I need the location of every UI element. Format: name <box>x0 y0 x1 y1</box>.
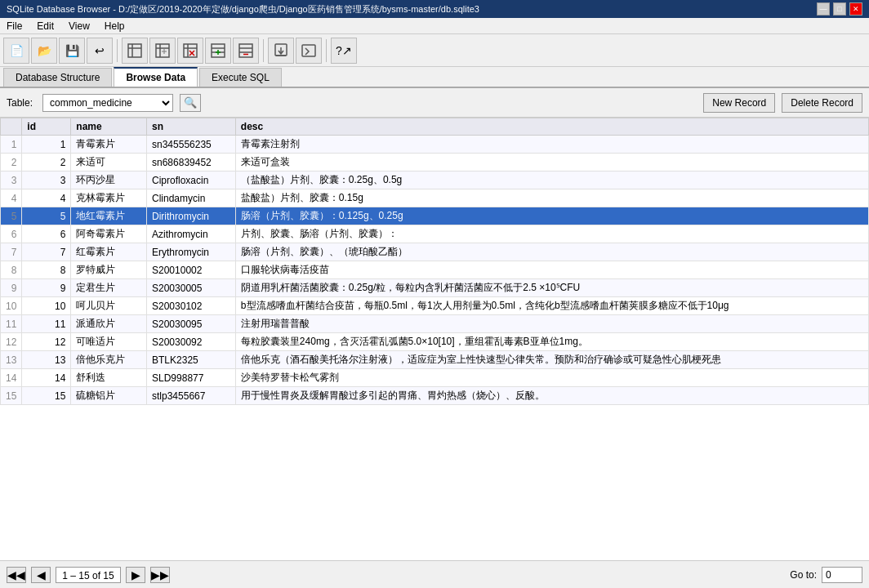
cell-sn: Dirithromycin <box>147 207 236 225</box>
minimize-button[interactable]: — <box>817 2 830 16</box>
table-row[interactable]: 11青霉素片sn345556235青霉素注射剂 <box>1 136 869 154</box>
cell-name: 青霉素片 <box>71 136 147 154</box>
cell-desc: 肠溶（片剂、胶囊）：0.125g、0.25g <box>235 207 868 225</box>
next-page-button[interactable]: ▶ <box>126 567 145 583</box>
cell-rownum: 8 <box>1 261 22 279</box>
cell-sn: Ciprofloxacin <box>147 172 236 189</box>
table-select[interactable]: common_medicine <box>42 94 173 112</box>
revert-button[interactable]: ↩ <box>87 38 113 64</box>
cell-rownum: 3 <box>1 172 22 189</box>
cell-name: 克林霉素片 <box>71 189 147 207</box>
cell-rownum: 10 <box>1 297 22 315</box>
cell-sn: Erythromycin <box>147 243 236 261</box>
table-row[interactable]: 1010呵儿贝片S20030102b型流感嗜血杆菌结合疫苗，每瓶0.5ml，每1… <box>1 297 869 315</box>
table-body: 11青霉素片sn345556235青霉素注射剂22来适可sn686839452来… <box>1 136 869 405</box>
delete-row-button[interactable] <box>233 38 259 64</box>
create-table-button[interactable] <box>122 38 148 64</box>
save-db-button[interactable]: 💾 <box>59 38 85 64</box>
delete-record-button[interactable]: Delete Record <box>782 93 862 113</box>
cell-desc: 口服轮状病毒活疫苗 <box>235 261 868 279</box>
menu-help[interactable]: Help <box>101 20 128 33</box>
cell-name: 可唯适片 <box>71 333 147 351</box>
pagination: ◀◀ ◀ 1 – 15 of 15 ▶ ▶▶ Go to: <box>0 560 869 588</box>
query-button[interactable] <box>296 38 322 64</box>
cell-name: 来适可 <box>71 154 147 172</box>
delete-table-button[interactable] <box>177 38 203 64</box>
close-button[interactable]: ✕ <box>849 2 862 16</box>
cell-rownum: 13 <box>1 351 22 369</box>
table-row[interactable]: 55地红霉素片Dirithromycin肠溶（片剂、胶囊）：0.125g、0.2… <box>1 207 869 225</box>
cell-rownum: 12 <box>1 333 22 351</box>
cell-desc: 用于慢性胃炎及缓解胃酸过多引起的胃痛、胃灼热感（烧心）、反酸。 <box>235 387 868 405</box>
tabs: Database Structure Browse Data Execute S… <box>0 67 869 88</box>
table-row[interactable]: 77红霉素片Erythromycin肠溶（片剂、胶囊）、（琥珀酸乙酯） <box>1 243 869 261</box>
svg-rect-3 <box>156 44 169 57</box>
goto-input[interactable] <box>822 567 862 583</box>
col-desc[interactable]: desc <box>235 118 868 136</box>
cell-sn: stlp3455667 <box>147 387 236 405</box>
cell-name: 地红霉素片 <box>71 207 147 225</box>
cell-sn: Azithromycin <box>147 225 236 243</box>
col-name[interactable]: name <box>71 118 147 136</box>
goto-label: Go to: <box>790 569 817 581</box>
menu-edit[interactable]: Edit <box>33 20 57 33</box>
cell-rownum: 4 <box>1 189 22 207</box>
table-row[interactable]: 1515硫糖铝片stlp3455667用于慢性胃炎及缓解胃酸过多引起的胃痛、胃灼… <box>1 387 869 405</box>
cell-rownum: 14 <box>1 369 22 387</box>
cell-sn: S20030102 <box>147 297 236 315</box>
toolbar-separator-1 <box>117 39 118 62</box>
tab-database-structure[interactable]: Database Structure <box>3 68 112 87</box>
cell-id: 6 <box>22 225 71 243</box>
new-record-button[interactable]: New Record <box>703 93 775 113</box>
cell-id: 3 <box>22 172 71 189</box>
table-row[interactable]: 1414舒利迭SLD998877沙美特罗替卡松气雾剂 <box>1 369 869 387</box>
open-db-button[interactable]: 📂 <box>31 38 57 64</box>
table-row[interactable]: 99定君生片S20030005阴道用乳杆菌活菌胶囊：0.25g/粒，每粒内含乳杆… <box>1 279 869 297</box>
menu-view[interactable]: View <box>65 20 93 33</box>
menu-file[interactable]: File <box>3 20 25 33</box>
export-button[interactable] <box>268 38 294 64</box>
cell-rownum: 15 <box>1 387 22 405</box>
maximize-button[interactable]: □ <box>833 2 846 16</box>
cell-name: 倍他乐克片 <box>71 351 147 369</box>
insert-row-button[interactable] <box>205 38 231 64</box>
cell-name: 硫糖铝片 <box>71 387 147 405</box>
col-sn[interactable]: sn <box>147 118 236 136</box>
svg-rect-18 <box>239 44 252 57</box>
last-page-button[interactable]: ▶▶ <box>150 567 170 583</box>
table-row[interactable]: 1313倍他乐克片BTLK2325倍他乐克（酒石酸美托洛尔注射液），适应症为室上… <box>1 351 869 369</box>
table-row[interactable]: 88罗特威片S20010002口服轮状病毒活疫苗 <box>1 261 869 279</box>
table-row[interactable]: 22来适可sn686839452来适可盒装 <box>1 154 869 172</box>
cell-desc: 阴道用乳杆菌活菌胶囊：0.25g/粒，每粒内含乳杆菌活菌应不低于2.5 ×10⁵… <box>235 279 868 297</box>
search-button[interactable]: 🔍 <box>180 94 201 112</box>
tab-execute-sql[interactable]: Execute SQL <box>199 68 282 87</box>
cell-desc: 沙美特罗替卡松气雾剂 <box>235 369 868 387</box>
table-row[interactable]: 44克林霉素片Clindamycin盐酸盐）片剂、胶囊：0.15g <box>1 189 869 207</box>
cell-desc: b型流感嗜血杆菌结合疫苗，每瓶0.5ml，每1次人用剂量为0.5ml，含纯化b型… <box>235 297 868 315</box>
table-row[interactable]: 1212可唯适片S20030092每粒胶囊装里240mg，含灭活霍乱弧菌5.0×… <box>1 333 869 351</box>
cell-name: 红霉素片 <box>71 243 147 261</box>
edit-table-button[interactable] <box>149 38 176 64</box>
first-page-button[interactable]: ◀◀ <box>7 567 26 583</box>
table-row[interactable]: 66阿奇霉素片Azithromycin片剂、胶囊、肠溶（片剂、胶囊）： <box>1 225 869 243</box>
cell-rownum: 6 <box>1 225 22 243</box>
cell-desc: 肠溶（片剂、胶囊）、（琥珀酸乙酯） <box>235 243 868 261</box>
cell-name: 定君生片 <box>71 279 147 297</box>
table-row[interactable]: 1111派通欣片S20030095注射用瑞普普酸 <box>1 315 869 333</box>
cell-id: 14 <box>22 369 71 387</box>
col-id[interactable]: id <box>22 118 71 136</box>
help-button[interactable]: ?↗ <box>331 38 357 64</box>
cell-rownum: 11 <box>1 315 22 333</box>
cell-id: 12 <box>22 333 71 351</box>
data-area: id name sn desc 11青霉素片sn345556235青霉素注射剂2… <box>0 118 869 560</box>
new-db-button[interactable]: 📄 <box>3 38 29 64</box>
tab-browse-data[interactable]: Browse Data <box>114 67 198 87</box>
table-row[interactable]: 33环丙沙星Ciprofloxacin（盐酸盐）片剂、胶囊：0.25g、0.5g <box>1 172 869 189</box>
table-controls-row: Table: common_medicine 🔍 New Record Dele… <box>0 88 869 118</box>
title-bar-title: SQLite Database Browser - D:/定做区/2019-20… <box>7 3 479 16</box>
cell-desc: 倍他乐克（酒石酸美托洛尔注射液），适应症为室上性快速型心律失常。预防和治疗确诊或… <box>235 351 868 369</box>
cell-sn: Clindamycin <box>147 189 236 207</box>
prev-page-button[interactable]: ◀ <box>31 567 51 583</box>
cell-desc: 来适可盒装 <box>235 154 868 172</box>
cell-id: 8 <box>22 261 71 279</box>
